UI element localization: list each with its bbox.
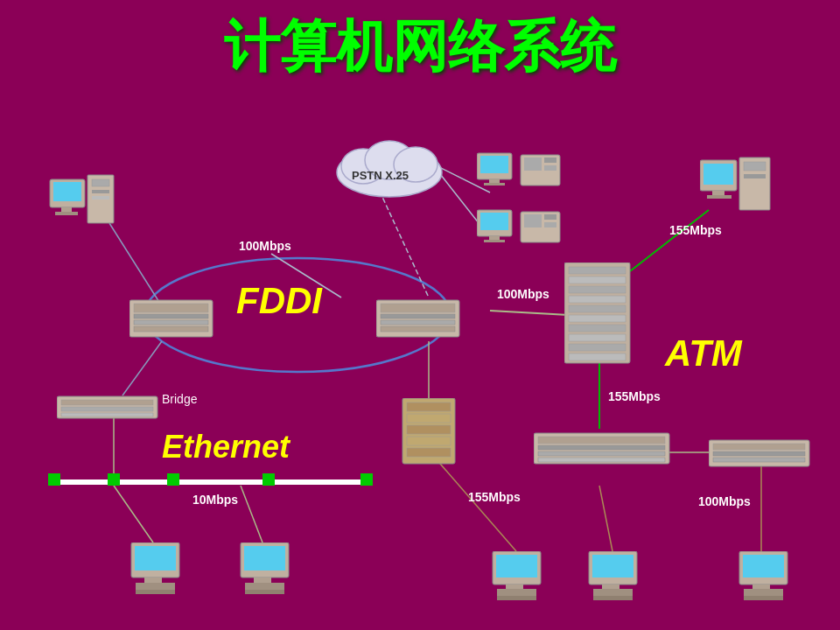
svg-rect-41 <box>569 334 626 341</box>
svg-rect-91 <box>407 425 451 434</box>
svg-line-15 <box>599 486 612 551</box>
pc-bottom-4 <box>584 551 641 607</box>
svg-rect-62 <box>489 236 500 240</box>
svg-rect-116 <box>752 584 770 589</box>
svg-line-7 <box>630 210 709 271</box>
svg-rect-78 <box>61 413 153 416</box>
svg-rect-93 <box>407 448 451 457</box>
speed-bottom-center-155: 155Mbps <box>468 490 521 504</box>
svg-rect-40 <box>569 325 626 332</box>
pc-far-right <box>700 153 774 227</box>
svg-rect-53 <box>480 156 508 173</box>
svg-rect-50 <box>61 207 72 212</box>
pc-bottom-3 <box>488 551 545 607</box>
svg-rect-51 <box>55 212 78 215</box>
svg-line-6 <box>490 311 569 315</box>
svg-rect-29 <box>381 304 455 312</box>
svg-rect-31 <box>381 320 455 325</box>
svg-rect-115 <box>743 555 784 578</box>
svg-rect-37 <box>569 296 626 303</box>
svg-rect-43 <box>569 354 626 360</box>
svg-rect-85 <box>713 444 805 450</box>
svg-line-5 <box>122 341 162 396</box>
svg-rect-27 <box>134 326 208 332</box>
atm-label: ATM <box>665 332 742 374</box>
svg-rect-70 <box>744 174 766 178</box>
svg-rect-26 <box>134 320 208 325</box>
svg-rect-90 <box>407 414 451 423</box>
pc-top-left <box>48 171 118 240</box>
svg-rect-97 <box>136 583 175 590</box>
svg-line-13 <box>241 486 262 542</box>
svg-rect-87 <box>713 458 805 462</box>
bridge-label: Bridge <box>162 392 197 406</box>
svg-rect-58 <box>544 158 556 163</box>
pc-bottom-2 <box>236 542 293 603</box>
svg-rect-49 <box>53 182 81 201</box>
svg-rect-55 <box>484 183 505 186</box>
fddi-switch-left <box>130 293 217 345</box>
eth-node-1 <box>48 473 60 486</box>
svg-rect-65 <box>524 214 542 228</box>
svg-rect-63 <box>484 240 505 242</box>
svg-rect-103 <box>245 590 284 594</box>
svg-rect-72 <box>704 164 733 185</box>
svg-rect-39 <box>569 315 626 322</box>
svg-rect-34 <box>569 267 626 274</box>
svg-rect-36 <box>569 286 626 293</box>
svg-rect-67 <box>544 222 556 228</box>
svg-rect-35 <box>569 276 626 284</box>
svg-rect-59 <box>544 165 556 171</box>
pstn-cloud: PSTN X.25 <box>332 136 446 205</box>
svg-rect-46 <box>92 190 109 193</box>
svg-text:PSTN X.25: PSTN X.25 <box>352 169 409 182</box>
fddi-switch-right <box>376 293 464 345</box>
svg-rect-117 <box>744 589 783 596</box>
svg-rect-47 <box>92 196 109 200</box>
svg-rect-76 <box>61 400 153 405</box>
svg-rect-57 <box>524 158 542 171</box>
svg-rect-106 <box>506 584 523 589</box>
switch-far-right <box>709 436 814 474</box>
svg-rect-81 <box>538 445 665 450</box>
svg-rect-113 <box>593 596 633 600</box>
svg-rect-73 <box>712 191 724 195</box>
page-title: 计算机网络系统 <box>224 9 616 85</box>
svg-rect-101 <box>254 578 271 583</box>
pc-bottom-1 <box>127 542 184 603</box>
svg-rect-102 <box>245 583 284 590</box>
svg-rect-30 <box>381 314 455 318</box>
eth-node-2 <box>108 473 120 486</box>
svg-rect-95 <box>135 546 176 570</box>
svg-rect-80 <box>538 437 665 444</box>
atm-switch-bottom <box>534 429 674 472</box>
speed-far-right-100: 100Mbps <box>698 494 751 508</box>
svg-rect-107 <box>497 589 536 596</box>
svg-line-12 <box>114 486 153 542</box>
pc-bottom-5 <box>735 551 792 607</box>
svg-rect-96 <box>144 578 162 583</box>
svg-rect-38 <box>569 305 626 312</box>
atm-server <box>564 262 634 371</box>
svg-rect-86 <box>713 452 805 456</box>
svg-rect-108 <box>497 596 536 600</box>
eth-node-5 <box>360 473 373 486</box>
svg-rect-25 <box>134 314 208 318</box>
fddi-label: FDDI <box>236 280 322 322</box>
svg-rect-69 <box>744 162 766 171</box>
svg-rect-118 <box>744 596 783 600</box>
svg-rect-100 <box>244 546 285 570</box>
svg-rect-110 <box>592 555 634 578</box>
svg-rect-92 <box>407 437 451 445</box>
ethernet-bus <box>48 480 372 485</box>
svg-rect-98 <box>136 590 175 594</box>
speed-fddi-100: 100Mbps <box>239 239 291 253</box>
bridge-device <box>57 392 162 426</box>
svg-rect-112 <box>593 589 633 596</box>
svg-rect-32 <box>381 326 455 332</box>
svg-rect-105 <box>496 555 537 578</box>
svg-rect-45 <box>92 179 109 186</box>
server-below-fddi <box>398 398 464 472</box>
svg-rect-66 <box>544 214 556 220</box>
speed-atm-top-155: 155Mbps <box>669 223 722 237</box>
